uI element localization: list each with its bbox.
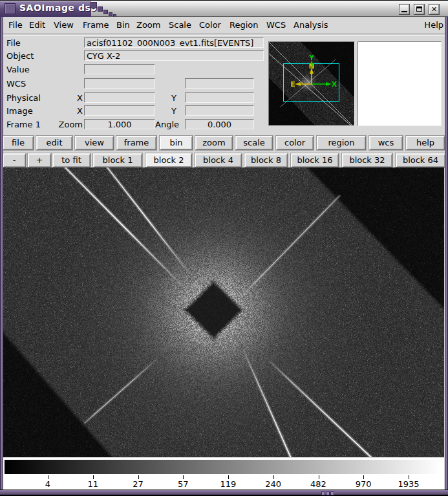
value-label: Value (6, 65, 30, 74)
bin-button-block-64[interactable]: block 64 (396, 153, 445, 167)
colorbar-tick-label: 27 (124, 479, 153, 489)
colorbar-tick-label: 240 (259, 479, 288, 489)
menu-analysis[interactable]: Analysis (293, 17, 328, 34)
panner-canvas[interactable] (269, 42, 354, 125)
menu-scale[interactable]: Scale (169, 17, 191, 34)
resize-grip (330, 491, 334, 495)
menu-help[interactable]: Help (424, 17, 443, 34)
toolbar-button-wcs[interactable]: wcs (369, 136, 403, 150)
window-title: SAOImage ds9 (19, 3, 98, 13)
titlebar-step-decoration (103, 10, 108, 14)
menu-wcs[interactable]: WCS (266, 17, 286, 34)
object-label: Object (6, 51, 34, 61)
angle-label: Angle (151, 120, 179, 129)
bin-button-block-2[interactable]: block 2 (145, 153, 192, 167)
app-icon (5, 3, 16, 14)
colorbar[interactable]: 41127571192404829701935 (3, 458, 444, 490)
physical-x-field[interactable] (84, 92, 155, 103)
physical-y-field[interactable] (185, 92, 254, 103)
toolbar-button-region[interactable]: region (317, 136, 366, 150)
colorbar-tick-label: 482 (304, 479, 333, 489)
file-label: File (6, 38, 21, 48)
magnifier (357, 41, 442, 126)
bin-button-block-8[interactable]: block 8 (244, 153, 288, 167)
physical-label: Physical (6, 93, 41, 103)
titlebar-step-decoration (98, 6, 103, 12)
bin-button-+[interactable]: + (28, 153, 51, 167)
colorbar-gradient[interactable] (5, 460, 442, 474)
menu-file[interactable]: File (8, 17, 23, 34)
toolbar-button-bin[interactable]: bin (160, 136, 193, 150)
zoom-field[interactable]: 1.000 (84, 119, 155, 129)
bin-button-block-32[interactable]: block 32 (342, 153, 392, 167)
physical-y-label: Y (161, 93, 176, 103)
titlebar: SAOImage ds9 ✕ (0, 0, 448, 17)
bin-button-block-16[interactable]: block 16 (291, 153, 339, 167)
bin-button-block-4[interactable]: block 4 (195, 153, 242, 167)
file-field[interactable]: acisf01102_000N003_evt1.fits[EVENTS] (84, 38, 264, 48)
bin-button-block-1[interactable]: block 1 (93, 153, 142, 167)
image-x-label: X (67, 106, 83, 116)
colorbar-tick-label: 57 (169, 479, 197, 489)
wcs-label: WCS (6, 79, 26, 89)
colorbar-tick-label: 119 (214, 479, 242, 489)
bin-button-to-fit[interactable]: to fit (52, 153, 91, 167)
colorbar-tick-label: 1935 (394, 479, 423, 489)
colorbar-tick-label: 4 (34, 479, 62, 489)
ds9-window: SAOImage ds9 ✕ FileEditViewFrameBinZoomS… (0, 0, 448, 496)
menu-color[interactable]: Color (199, 17, 221, 34)
menu-frame[interactable]: Frame (83, 17, 109, 34)
maximize-button[interactable] (414, 4, 425, 15)
toolbar-button-edit[interactable]: edit (36, 136, 72, 150)
toolbar-button-view[interactable]: view (75, 136, 114, 150)
panner[interactable] (268, 41, 355, 126)
close-icon: ✕ (431, 5, 437, 14)
menubar: FileEditViewFrameBinZoomScaleColorRegion… (0, 17, 448, 34)
toolbar-button-file[interactable]: file (3, 136, 34, 150)
colorbar-tick-label: 11 (79, 479, 107, 489)
wcs-alpha-field[interactable] (84, 78, 155, 89)
image-label: Image (6, 106, 33, 116)
window-border-left (0, 17, 3, 496)
minimize-button[interactable] (399, 4, 410, 15)
toolbar-button-zoom[interactable]: zoom (195, 136, 233, 150)
titlebar-step-decoration (91, 2, 97, 8)
angle-field[interactable]: 0.000 (185, 119, 254, 129)
image-y-field[interactable] (185, 105, 254, 116)
titlebar-step-decoration (109, 12, 112, 16)
zoom-label: Zoom (54, 120, 83, 129)
toolbar-button-color[interactable]: color (276, 136, 314, 150)
menu-region[interactable]: Region (229, 17, 259, 34)
toolbar-button-help[interactable]: help (406, 136, 445, 150)
menu-zoom[interactable]: Zoom (136, 17, 160, 34)
menubar-separator (0, 34, 448, 36)
toolbar-button-scale[interactable]: scale (235, 136, 273, 150)
value-field[interactable] (84, 64, 155, 74)
image-y-label: Y (161, 106, 176, 116)
resize-grip (326, 491, 330, 495)
menu-view[interactable]: View (54, 17, 74, 34)
maximize-icon (416, 6, 422, 12)
menu-edit[interactable]: Edit (29, 17, 45, 34)
minimize-icon (401, 11, 407, 12)
physical-x-label: X (67, 93, 83, 103)
wcs-delta-field[interactable] (185, 78, 254, 89)
menu-bin[interactable]: Bin (116, 17, 130, 34)
colorbar-tick-label: 970 (349, 479, 378, 489)
window-border-bottom (0, 490, 448, 496)
object-field[interactable]: CYG X-2 (84, 50, 264, 61)
image-x-field[interactable] (84, 105, 155, 116)
bin-button--[interactable]: - (3, 153, 26, 167)
main-image-canvas[interactable] (3, 167, 444, 457)
close-button[interactable]: ✕ (429, 4, 440, 15)
frame-label: Frame 1 (6, 120, 41, 129)
resize-grip (321, 491, 325, 495)
toolbar-button-frame[interactable]: frame (116, 136, 156, 150)
window-border-right (445, 17, 448, 496)
